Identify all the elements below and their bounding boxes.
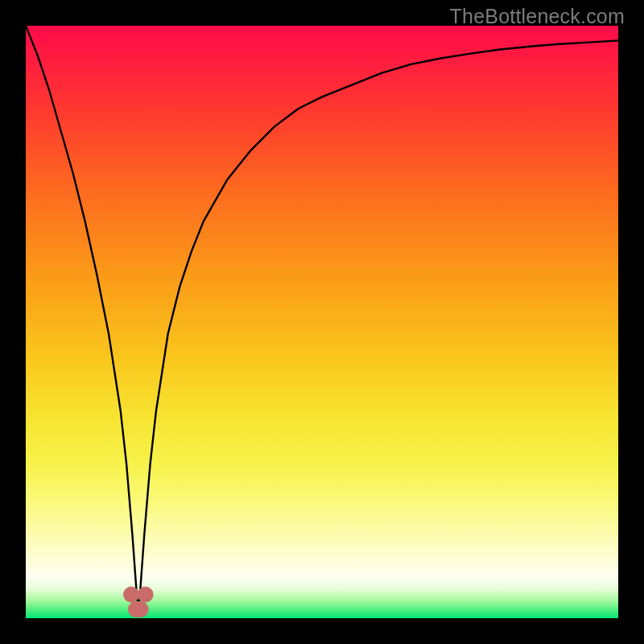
curve-min-marker	[133, 601, 148, 617]
curve-min-markers	[124, 587, 154, 617]
curve-layer	[26, 26, 618, 618]
watermark-text: TheBottleneck.com	[450, 5, 625, 28]
plot-area	[26, 26, 618, 618]
curve-min-marker	[138, 587, 153, 602]
bottleneck-curve	[26, 26, 618, 601]
curve-min-marker	[124, 587, 139, 602]
chart-frame: TheBottleneck.com	[0, 0, 644, 644]
